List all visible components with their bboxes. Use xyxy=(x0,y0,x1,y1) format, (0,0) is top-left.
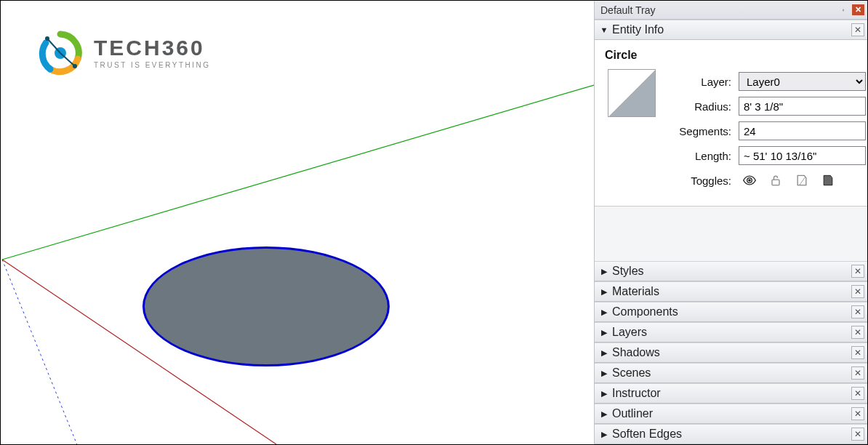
chevron-right-icon xyxy=(599,430,609,439)
pin-icon[interactable] xyxy=(837,4,849,16)
section-label: Entity Info xyxy=(612,23,851,36)
logo-mark-icon xyxy=(37,30,84,76)
chevron-right-icon xyxy=(599,369,609,378)
logo-brand: TECH360 xyxy=(94,37,210,59)
chevron-right-icon xyxy=(599,348,609,358)
receive-shadows-icon[interactable] xyxy=(820,173,836,188)
section-label: Outliner xyxy=(612,407,851,420)
section-materials[interactable]: Materials✕ xyxy=(595,281,867,302)
layer-label: Layer: xyxy=(676,76,733,88)
svg-rect-9 xyxy=(772,180,779,185)
radius-label: Radius: xyxy=(676,100,733,113)
length-label: Length: xyxy=(676,150,733,162)
tray-title: Default Tray xyxy=(600,4,655,16)
section-close-button[interactable]: ✕ xyxy=(851,265,864,278)
section-label: Shadows xyxy=(612,346,851,359)
section-shadows[interactable]: Shadows✕ xyxy=(595,342,867,363)
svg-point-5 xyxy=(45,36,49,41)
toggles-label: Toggles: xyxy=(676,175,733,187)
segments-input[interactable] xyxy=(739,121,866,140)
lock-toggle-icon[interactable] xyxy=(768,173,784,188)
section-close-button[interactable]: ✕ xyxy=(851,285,864,298)
cast-shadows-icon[interactable] xyxy=(794,173,810,188)
svg-line-4 xyxy=(47,39,60,53)
chevron-down-icon xyxy=(599,25,609,34)
section-outliner[interactable]: Outliner✕ xyxy=(595,404,867,424)
material-swatch[interactable] xyxy=(608,69,656,117)
entity-type: Circle xyxy=(603,46,859,69)
svg-line-0 xyxy=(2,85,594,260)
section-label: Soften Edges xyxy=(612,428,851,441)
section-close-button[interactable]: ✕ xyxy=(851,387,864,400)
section-layers[interactable]: Layers✕ xyxy=(595,322,867,342)
section-close-button[interactable]: ✕ xyxy=(851,407,864,420)
layer-select[interactable]: Layer0 xyxy=(739,72,866,91)
selected-circle-entity[interactable] xyxy=(142,246,390,366)
section-styles[interactable]: Styles✕ xyxy=(595,261,867,281)
section-label: Instructor xyxy=(612,387,851,400)
segments-label: Segments: xyxy=(676,125,733,137)
viewport-3d[interactable]: TECH360 TRUST IS EVERYTHING xyxy=(1,1,594,444)
section-entity-info[interactable]: Entity Info ✕ xyxy=(595,20,867,40)
chevron-right-icon xyxy=(599,267,609,276)
section-label: Materials xyxy=(612,285,851,298)
section-soften-edges[interactable]: Soften Edges✕ xyxy=(595,424,867,444)
svg-line-1 xyxy=(2,260,77,444)
length-input[interactable] xyxy=(739,146,866,165)
default-tray-panel: Default Tray ✕ Entity Info ✕ Circle Laye… xyxy=(594,1,867,444)
chevron-right-icon xyxy=(599,409,609,419)
chevron-right-icon xyxy=(599,328,609,337)
chevron-right-icon xyxy=(599,287,609,297)
section-close-button[interactable]: ✕ xyxy=(851,428,864,441)
watermark-logo: TECH360 TRUST IS EVERYTHING xyxy=(37,30,210,76)
visibility-toggle-icon[interactable] xyxy=(742,173,758,188)
close-tray-button[interactable]: ✕ xyxy=(852,4,864,15)
section-close-button[interactable]: ✕ xyxy=(851,305,864,318)
section-close-button[interactable]: ✕ xyxy=(851,23,864,36)
tray-titlebar[interactable]: Default Tray ✕ xyxy=(595,1,867,20)
chevron-right-icon xyxy=(599,308,609,317)
section-scenes[interactable]: Scenes✕ xyxy=(595,363,867,383)
svg-point-8 xyxy=(748,179,751,182)
section-label: Scenes xyxy=(612,366,851,380)
section-label: Components xyxy=(612,305,851,318)
svg-point-7 xyxy=(73,64,77,68)
tray-gap xyxy=(595,207,867,261)
radius-input[interactable] xyxy=(739,97,866,116)
section-label: Styles xyxy=(612,265,851,278)
section-components[interactable]: Components✕ xyxy=(595,302,867,322)
section-close-button[interactable]: ✕ xyxy=(851,366,864,380)
section-close-button[interactable]: ✕ xyxy=(851,326,864,339)
section-close-button[interactable]: ✕ xyxy=(851,346,864,359)
section-instructor[interactable]: Instructor✕ xyxy=(595,383,867,404)
logo-tagline: TRUST IS EVERYTHING xyxy=(94,62,210,69)
section-label: Layers xyxy=(612,326,851,339)
svg-line-6 xyxy=(60,53,75,66)
chevron-right-icon xyxy=(599,389,609,398)
entity-info-body: Circle Layer: Layer0 Radius: Segments: xyxy=(595,40,867,207)
